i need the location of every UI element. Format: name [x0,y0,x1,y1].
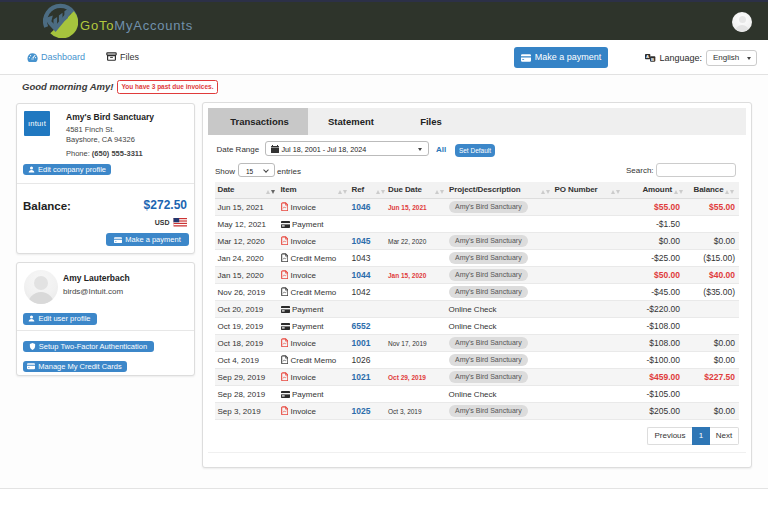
svg-text:B: B [651,57,654,62]
